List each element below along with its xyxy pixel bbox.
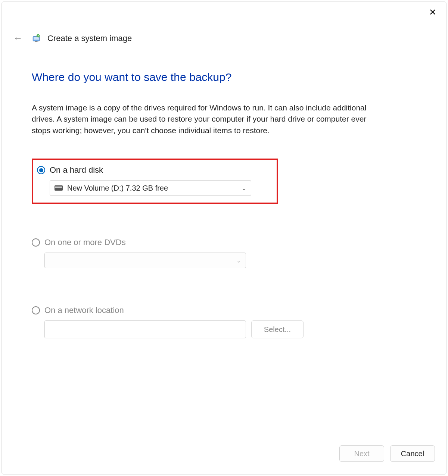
svg-rect-2 <box>35 41 38 42</box>
page-description: A system image is a copy of the drives r… <box>32 102 383 136</box>
radio-row-network[interactable]: On a network location <box>32 306 416 315</box>
dvd-select-combo[interactable]: ⌄ <box>44 253 246 268</box>
drive-select-value: New Volume (D:) 7.32 GB free <box>67 184 168 192</box>
footer: Next Cancel <box>2 441 446 474</box>
back-arrow-icon[interactable]: ← <box>11 32 25 45</box>
cancel-button[interactable]: Cancel <box>390 445 435 462</box>
header-row: ← Create a system image <box>2 24 446 45</box>
option-dvd: On one or more DVDs ⌄ <box>32 238 416 268</box>
radio-row-dvd[interactable]: On one or more DVDs <box>32 238 416 247</box>
radio-hard-disk[interactable] <box>37 166 45 174</box>
content-area: Where do you want to save the backup? A … <box>2 45 446 441</box>
option-network: On a network location Select... <box>32 306 416 338</box>
system-image-icon <box>31 33 41 44</box>
page-heading: Where do you want to save the backup? <box>32 71 416 84</box>
select-network-button[interactable]: Select... <box>251 320 304 338</box>
drive-icon <box>55 185 63 191</box>
window-title: Create a system image <box>47 34 132 43</box>
close-icon[interactable]: ✕ <box>426 6 439 18</box>
titlebar: ✕ <box>2 2 446 24</box>
radio-label-hard-disk: On a hard disk <box>50 165 103 175</box>
radio-network[interactable] <box>32 306 40 314</box>
svg-rect-1 <box>34 37 39 40</box>
dialog-window: ✕ ← Create a system image Where do you w… <box>1 1 447 475</box>
option-hard-disk: On a hard disk New Volume (D:) 7.32 GB f… <box>32 159 278 204</box>
network-path-input[interactable] <box>44 320 246 338</box>
chevron-down-icon: ⌄ <box>242 185 246 192</box>
drive-select-combo[interactable]: New Volume (D:) 7.32 GB free ⌄ <box>50 180 251 196</box>
next-button[interactable]: Next <box>339 445 384 462</box>
radio-label-network: On a network location <box>44 306 124 315</box>
radio-row-hard-disk[interactable]: On a hard disk <box>37 165 273 175</box>
radio-label-dvd: On one or more DVDs <box>44 238 126 247</box>
chevron-down-icon: ⌄ <box>236 257 241 264</box>
radio-dvd[interactable] <box>32 238 40 247</box>
